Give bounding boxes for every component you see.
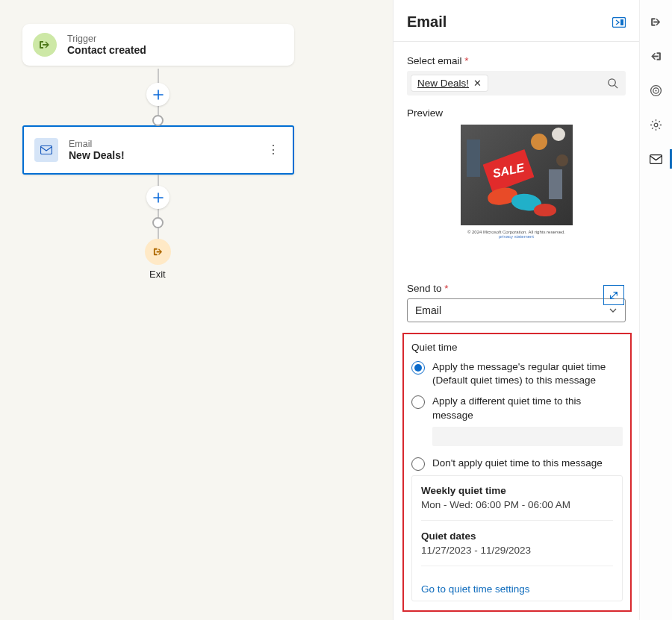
chip-remove-icon[interactable]: ✕ [473, 78, 482, 89]
right-icon-rail [639, 0, 672, 620]
trigger-enter-icon [33, 33, 57, 57]
rail-exit-icon[interactable] [640, 40, 672, 72]
panel-collapse-icon[interactable] [612, 17, 626, 28]
divider [421, 520, 613, 521]
divider [421, 566, 613, 566]
weekly-quiet-title: Weekly quiet time [421, 485, 613, 496]
preview-image: SALE [461, 125, 573, 225]
email-node-title: New Deals! [69, 149, 254, 161]
email-icon [34, 138, 58, 162]
quiet-time-section: Quiet time Apply the message's regular q… [402, 333, 632, 612]
svg-point-3 [609, 79, 615, 86]
add-step-button[interactable] [146, 83, 169, 106]
expand-preview-button[interactable] [603, 285, 624, 305]
node-more-menu[interactable]: ⋮ [264, 148, 282, 152]
trigger-title: Contact created [67, 44, 284, 56]
sale-tag: SALE [481, 148, 535, 193]
svg-point-6 [655, 90, 656, 91]
panel-title: Email [407, 13, 447, 31]
chip-label: New Deals! [417, 78, 469, 89]
radio-icon [411, 395, 425, 409]
quiet-option-regular[interactable]: Apply the message's regular quiet time (… [411, 360, 623, 387]
anchor-node [152, 115, 164, 126]
chevron-down-icon [609, 306, 617, 315]
exit-label: Exit [149, 269, 166, 280]
email-subtitle: Email [69, 139, 254, 149]
different-quiet-time-input[interactable] [432, 427, 623, 446]
email-node[interactable]: Email New Deals! ⋮ [22, 125, 294, 175]
send-to-label: Send to * [407, 283, 626, 294]
rail-settings-icon[interactable] [640, 109, 672, 140]
quiet-time-title: Quiet time [411, 342, 623, 353]
quiet-dates-value: 11/27/2023 - 11/29/2023 [421, 545, 613, 556]
preview-label: Preview [407, 107, 626, 119]
svg-rect-0 [41, 146, 52, 154]
select-email-input[interactable]: New Deals! ✕ [407, 71, 626, 95]
svg-point-7 [654, 123, 658, 127]
radio-label: Apply the message's regular quiet time (… [432, 360, 623, 387]
radio-icon [411, 361, 425, 375]
svg-rect-2 [620, 19, 623, 25]
search-icon[interactable] [607, 78, 618, 89]
email-properties-panel: Email Select email * New Deals! ✕ Previe… [393, 0, 639, 620]
send-to-select[interactable]: Email [407, 298, 626, 322]
rail-enter-icon[interactable] [640, 6, 672, 37]
quiet-dates-title: Quiet dates [421, 530, 613, 542]
rail-target-icon[interactable] [640, 75, 672, 106]
weekly-quiet-value: Mon - Wed: 06:00 PM - 06:00 AM [421, 499, 613, 510]
quiet-option-none[interactable]: Don't apply quiet time to this message [411, 457, 623, 471]
email-preview: SALE © 2024 Microsoft Corporation. All r… [407, 125, 626, 251]
send-to-value: Email [415, 304, 441, 316]
exit-node[interactable] [145, 239, 171, 265]
quiet-time-summary: Weekly quiet time Mon - Wed: 06:00 PM - … [411, 475, 623, 601]
select-email-label: Select email * [407, 55, 626, 66]
trigger-node[interactable]: Trigger Contact created [22, 24, 294, 66]
journey-canvas[interactable]: Trigger Contact created Email New Deals!… [0, 0, 393, 620]
quiet-option-different[interactable]: Apply a different quiet time to this mes… [411, 395, 623, 422]
radio-label: Apply a different quiet time to this mes… [432, 395, 623, 422]
radio-label: Don't apply quiet time to this message [432, 457, 603, 470]
add-step-button[interactable] [146, 186, 169, 209]
selected-email-chip: New Deals! ✕ [411, 75, 488, 91]
rail-email-icon[interactable] [640, 143, 672, 175]
svg-rect-8 [650, 154, 662, 163]
anchor-node [152, 217, 164, 228]
quiet-settings-link[interactable]: Go to quiet time settings [421, 583, 530, 595]
trigger-subtitle: Trigger [67, 34, 284, 44]
radio-icon [411, 457, 425, 471]
preview-caption: © 2024 Microsoft Corporation. All rights… [467, 230, 565, 239]
